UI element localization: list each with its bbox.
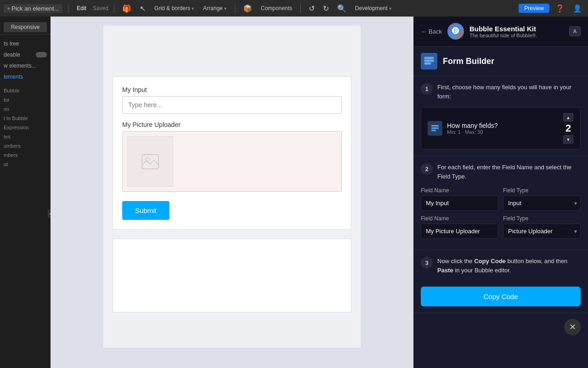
field2-name-col: Field Name [421, 215, 498, 239]
user-icon[interactable]: 👤 [571, 3, 584, 14]
field2-type-select[interactable]: Input Picture Uploader Checkbox Dropdown [503, 224, 581, 239]
svg-rect-5 [431, 125, 439, 126]
sidebar-link-expression[interactable]: Expression [0, 123, 51, 132]
input-field-label: My Input [122, 86, 342, 93]
canvas-page: My Input My Picture Uploader [103, 26, 361, 348]
plugin-info: Bubble Essential Kit The beautiful side … [469, 25, 564, 38]
svg-rect-6 [431, 127, 439, 129]
saved-label: Saved [93, 5, 108, 12]
components-button[interactable]: Components [258, 4, 295, 12]
field1-name-col: Field Name [421, 187, 498, 211]
preview-button[interactable]: Preview [519, 4, 549, 13]
plugin-tagline: The beautiful side of Bubble®. [469, 33, 564, 38]
cube-icon[interactable]: 📦 [241, 3, 254, 14]
paste-inline-bold: Paste [437, 267, 453, 274]
help-icon[interactable]: ❓ [553, 3, 567, 14]
pick-element-label: Pick an element... [11, 5, 59, 12]
field1-type-label: Field Type [503, 187, 581, 194]
step2-description: For each field, enter the Field Name and… [437, 163, 581, 181]
sidebar-item-new-elements[interactable]: w elements... [0, 60, 51, 71]
sidebar-link-on[interactable]: on [0, 104, 51, 114]
redo-icon[interactable]: ↻ [321, 3, 331, 14]
step1-section: 1 First, choose how many fields you will… [413, 76, 588, 156]
sidebar-link-bubble[interactable]: Bubble [0, 86, 51, 95]
step3-description: Now click the Copy Code button below, an… [437, 257, 581, 275]
cursor-icon[interactable]: ↖ [137, 3, 148, 14]
development-button[interactable]: Development ▾ [352, 4, 394, 12]
fields-label: How many fields? Min: 1 · Max: 30 [447, 122, 558, 135]
step1-number: 1 [421, 83, 433, 95]
field1-type-select[interactable]: Input Picture Uploader Checkbox Dropdown [503, 196, 581, 211]
field2-name-input[interactable] [421, 224, 498, 239]
plugin-icon: 🅑 [447, 23, 464, 40]
sidebar-link-ut[interactable]: ut [0, 160, 51, 169]
plugin-name: Bubble Essential Kit [469, 25, 564, 33]
field2-type-label: Field Type [503, 215, 581, 222]
fields-icon [428, 121, 442, 136]
form-input[interactable] [122, 96, 342, 114]
right-panel: ← Back 🅑 Bubble Essential Kit The beauti… [413, 17, 588, 368]
field2-type-col: Field Type Input Picture Uploader Checkb… [503, 215, 581, 239]
form-builder-title: Form Builder [443, 57, 494, 66]
sidebar-scroll: Bubble tor on t to Bubble Expression tes… [0, 86, 51, 368]
grid-borders-button[interactable]: Grid & borders ▾ [152, 4, 197, 12]
sidebar-link-tes[interactable]: tes [0, 132, 51, 141]
arrange-chevron-icon: ▾ [224, 6, 226, 11]
undo-icon[interactable]: ↺ [306, 3, 317, 14]
picture-uploader-thumb [127, 136, 173, 187]
stepper-up-button[interactable]: ▲ [563, 113, 573, 121]
sidebar-link-numbers1[interactable]: umbers [0, 141, 51, 150]
plugin-header: ← Back 🅑 Bubble Essential Kit The beauti… [413, 17, 588, 46]
form-builder-icon [421, 53, 437, 69]
sidebar-link-numbers2[interactable]: mbers [0, 150, 51, 160]
field1-type-select-wrap: Input Picture Uploader Checkbox Dropdown [503, 196, 581, 211]
step3-header: 3 Now click the Copy Code button below, … [421, 257, 581, 275]
svg-rect-7 [431, 130, 436, 131]
main-layout: Responsive ts tree deable w elements... … [0, 17, 588, 368]
step1-description: First, choose how many fields you will h… [437, 83, 581, 101]
fields-sub-text: Min: 1 · Max: 30 [447, 129, 558, 135]
field1-type-col: Field Type Input Picture Uploader Checkb… [503, 187, 581, 211]
svg-rect-4 [424, 63, 431, 64]
picture-field-label: My Picture Uploader [122, 121, 342, 128]
pick-element-area[interactable]: ▾ Pick an element... [4, 4, 62, 13]
copy-code-inline-bold: Copy Code [474, 258, 506, 264]
edit-button[interactable]: Edit [74, 4, 89, 12]
field2-type-select-wrap: Input Picture Uploader Checkbox Dropdown [503, 224, 581, 239]
sidebar-item-hideable[interactable]: deable [0, 49, 51, 60]
step3-section: 3 Now click the Copy Code button below, … [413, 250, 588, 313]
form-builder-title-bar: Form Builder [413, 46, 588, 76]
copy-code-button[interactable]: Copy Code [421, 287, 581, 306]
responsive-button[interactable]: Responsive [4, 22, 47, 32]
field1-row: Field Name Field Type Input Picture Uplo… [421, 187, 581, 211]
step1-header: 1 First, choose how many fields you will… [421, 83, 581, 101]
picture-field-group: My Picture Uploader [122, 121, 342, 192]
step2-section: 2 For each field, enter the Field Name a… [413, 156, 588, 250]
fields-stepper: ▲ 2 ▼ [563, 113, 574, 144]
svg-rect-3 [424, 60, 434, 62]
sidebar-item-elements-tree[interactable]: ts tree [0, 38, 51, 49]
back-button[interactable]: ← Back [421, 28, 442, 35]
search-icon[interactable]: 🔍 [335, 3, 349, 14]
topbar: ▾ Pick an element... Edit Saved 🎁 ↖ Grid… [0, 0, 588, 17]
stepper-down-button[interactable]: ▼ [563, 135, 573, 144]
arrange-button[interactable]: Arrange ▾ [200, 4, 229, 12]
sidebar-link-tor[interactable]: tor [0, 95, 51, 104]
close-button[interactable]: ✕ [564, 319, 581, 335]
svg-rect-0 [142, 155, 158, 169]
step2-number: 2 [421, 163, 433, 175]
sidebar-link-to-bubble[interactable]: t to Bubble [0, 114, 51, 123]
step2-header: 2 For each field, enter the Field Name a… [421, 163, 581, 181]
submit-button[interactable]: Submit [122, 201, 170, 220]
picture-uploader[interactable] [122, 131, 342, 192]
gift-icon[interactable]: 🎁 [120, 3, 134, 14]
fields-main-text: How many fields? [447, 122, 558, 129]
pick-chevron-icon: ▾ [7, 6, 10, 11]
plugin-lang-button[interactable]: A [569, 26, 581, 36]
back-arrow-icon: ← [421, 28, 427, 35]
sidebar-item-elements[interactable]: lements [0, 71, 51, 82]
field1-name-input[interactable] [421, 196, 498, 211]
input-field-group: My Input [122, 86, 342, 114]
fields-count-card: How many fields? Min: 1 · Max: 30 ▲ 2 ▼ [421, 107, 581, 150]
hideable-toggle[interactable] [36, 52, 47, 58]
